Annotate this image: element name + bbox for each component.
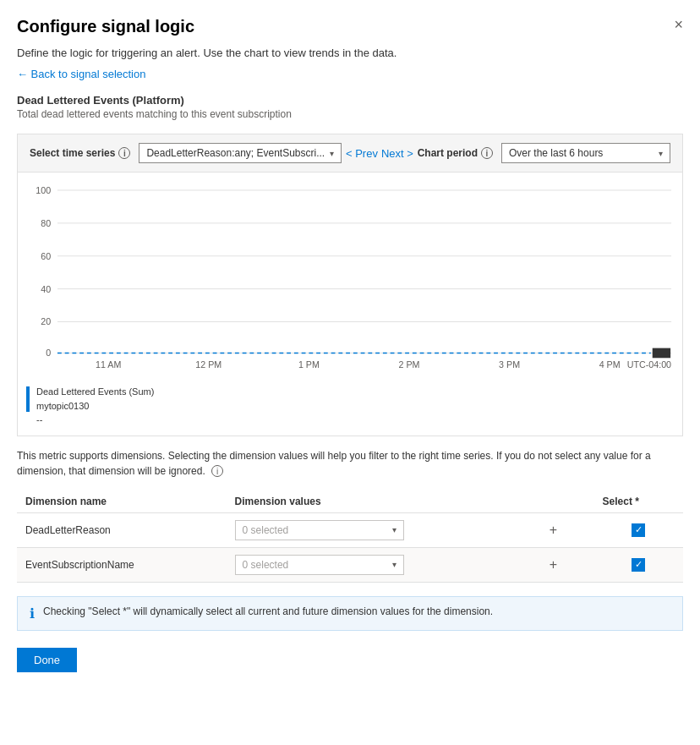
chart-svg: 100 80 60 40 20 0 11 AM 12 PM: [26, 181, 674, 378]
table-row: EventSubscriptionName 0 selected ▾ +: [17, 547, 683, 582]
chart-period-info-icon[interactable]: i: [481, 147, 493, 159]
back-to-signal-link[interactable]: ← Back to signal selection: [17, 68, 145, 80]
dimensions-info-text: This metric supports dimensions. Selecti…: [17, 448, 683, 479]
prev-next-controls: < Prev Next >: [346, 147, 413, 160]
dimension-values-dropdown[interactable]: 0 selected ▾: [235, 555, 404, 575]
close-button[interactable]: ×: [674, 17, 683, 32]
svg-text:1 PM: 1 PM: [298, 359, 320, 370]
dimension-name-cell: DeadLetterReason: [17, 512, 227, 547]
chart-controls-bar: Select time series i DeadLetterReason:an…: [17, 134, 683, 173]
chart-period-section: Chart period i Over the last 6 hours ▾: [418, 143, 670, 163]
dimension-values-cell: 0 selected ▾: [227, 547, 536, 582]
dimension-select-star-cell: [594, 512, 683, 547]
dimension-select-star-checkbox[interactable]: [632, 523, 645, 537]
dimensions-table: Dimension name Dimension values Select *…: [17, 490, 683, 583]
svg-text:UTC-04:00: UTC-04:00: [627, 359, 671, 370]
dimension-add-cell: +: [536, 547, 594, 582]
time-series-label: Select time series i: [30, 147, 130, 159]
time-series-section: Select time series i DeadLetterReason:an…: [30, 143, 342, 163]
info-banner: ℹ Checking "Select *" will dynamically s…: [17, 596, 683, 631]
dialog-header: Configure signal logic ×: [17, 17, 683, 36]
prev-button[interactable]: < Prev: [346, 147, 378, 160]
svg-text:4 PM: 4 PM: [599, 359, 621, 370]
dimension-add-cell: +: [536, 512, 594, 547]
dimension-select-star-cell: [594, 547, 683, 582]
svg-text:100: 100: [36, 185, 51, 195]
signal-description: Total dead lettered events matching to t…: [17, 108, 683, 120]
time-series-dropdown[interactable]: DeadLetterReason:any; EventSubscri... ▾: [139, 143, 342, 163]
svg-text:40: 40: [41, 284, 51, 294]
chart-period-chevron-down-icon: ▾: [659, 149, 663, 158]
dialog-title: Configure signal logic: [17, 17, 194, 36]
dimension-name-cell: EventSubscriptionName: [17, 547, 227, 582]
configure-signal-dialog: Configure signal logic × Define the logi…: [0, 0, 700, 745]
chart-period-label: Chart period i: [418, 147, 493, 159]
svg-text:60: 60: [41, 251, 51, 261]
chart-area: 100 80 60 40 20 0 11 AM 12 PM: [17, 173, 683, 436]
legend-text: Dead Lettered Events (Sum) mytopic0130 -…: [36, 385, 154, 427]
svg-text:0: 0: [46, 348, 51, 358]
next-button[interactable]: Next >: [381, 147, 413, 160]
info-banner-icon: ℹ: [30, 605, 35, 622]
dimensions-info-icon[interactable]: i: [211, 465, 223, 477]
dimension-values-chevron-down-icon: ▾: [392, 525, 396, 534]
dimension-values-chevron-down-icon: ▾: [392, 560, 396, 569]
add-dimension-value-icon[interactable]: +: [544, 521, 562, 539]
done-button[interactable]: Done: [17, 648, 77, 672]
dimension-values-cell: 0 selected ▾: [227, 512, 536, 547]
col-header-select: Select *: [594, 490, 683, 513]
chart-period-dropdown[interactable]: Over the last 6 hours ▾: [501, 143, 670, 163]
time-series-chevron-down-icon: ▾: [330, 149, 334, 158]
time-series-info-icon[interactable]: i: [118, 147, 130, 159]
chart-legend: Dead Lettered Events (Sum) mytopic0130 -…: [26, 378, 674, 435]
add-dimension-value-icon[interactable]: +: [544, 556, 562, 573]
col-header-dimension-values: Dimension values: [227, 490, 536, 513]
dialog-subtitle: Define the logic for triggering an alert…: [17, 47, 683, 59]
svg-text:20: 20: [41, 316, 51, 326]
signal-name: Dead Lettered Events (Platform): [17, 94, 683, 107]
info-banner-text: Checking "Select *" will dynamically sel…: [43, 605, 493, 617]
table-header-row: Dimension name Dimension values Select *: [17, 490, 683, 513]
legend-color-bar: [26, 386, 30, 412]
svg-text:12 PM: 12 PM: [195, 359, 221, 370]
table-row: DeadLetterReason 0 selected ▾ +: [17, 512, 683, 547]
col-header-dimension-name: Dimension name: [17, 490, 227, 513]
svg-text:2 PM: 2 PM: [399, 359, 420, 370]
svg-text:11 AM: 11 AM: [96, 359, 121, 370]
svg-text:80: 80: [41, 218, 51, 228]
dimension-select-star-checkbox[interactable]: [632, 558, 645, 572]
svg-text:3 PM: 3 PM: [499, 359, 520, 370]
svg-rect-13: [653, 348, 670, 359]
dimension-values-dropdown[interactable]: 0 selected ▾: [235, 520, 404, 540]
